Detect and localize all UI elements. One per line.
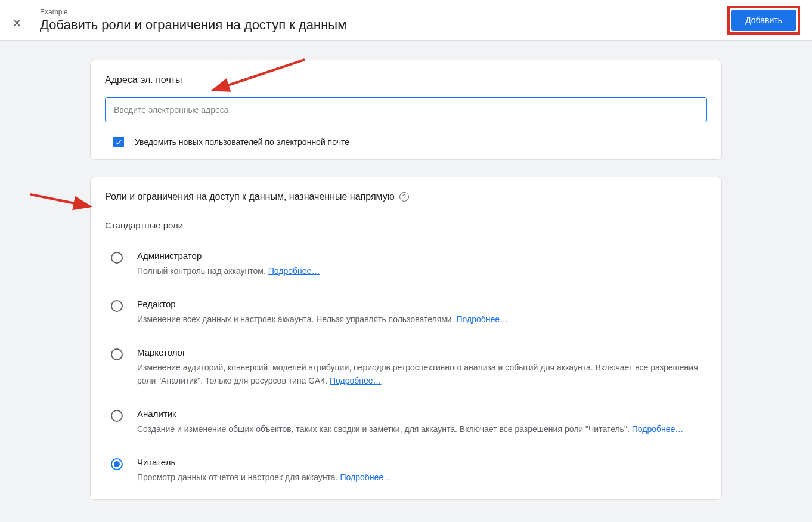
email-card: Адреса эл. почты Уведомить новых пользов… (90, 60, 722, 160)
more-link[interactable]: Подробнее… (268, 266, 320, 276)
close-icon[interactable]: ✕ (12, 16, 22, 30)
help-icon[interactable]: ? (399, 192, 409, 202)
role-radio[interactable] (111, 348, 123, 360)
roles-list: АдминистраторПолный контроль над аккаунт… (105, 245, 707, 499)
role-radio[interactable] (111, 252, 123, 264)
breadcrumb: Example (40, 7, 727, 17)
role-radio[interactable] (111, 458, 123, 470)
role-radio[interactable] (111, 300, 123, 312)
page-header: ✕ Example Добавить роли и ограничения на… (0, 0, 812, 41)
more-link[interactable]: Подробнее… (632, 424, 684, 434)
role-name: Администратор (137, 251, 707, 261)
roles-card: Роли и ограничения на доступ к данным, н… (90, 177, 722, 500)
role-name: Читатель (137, 457, 707, 467)
role-desc: Просмотр данных отчетов и настроек для а… (137, 471, 707, 484)
role-desc: Изменение аудиторий, конверсий, моделей … (137, 361, 707, 387)
more-link[interactable]: Подробнее… (456, 314, 508, 324)
annotation-arrow-icon (27, 190, 99, 215)
email-card-title: Адреса эл. почты (105, 75, 707, 85)
role-row: МаркетологИзменение аудиторий, конверсий… (105, 341, 707, 403)
svg-line-3 (30, 194, 90, 206)
add-button-highlight: Добавить (727, 6, 800, 35)
role-desc: Изменение всех данных и настроек аккаунт… (137, 313, 707, 326)
role-row: АдминистраторПолный контроль над аккаунт… (105, 245, 707, 293)
more-link[interactable]: Подробнее… (330, 376, 382, 385)
roles-subtitle: Стандартные роли (105, 220, 707, 230)
role-desc: Полный контроль над аккаунтом. Подробнее… (137, 264, 707, 277)
more-link[interactable]: Подробнее… (340, 472, 392, 482)
role-name: Аналитик (137, 409, 707, 419)
page-title: Добавить роли и ограничения на доступ к … (40, 17, 727, 33)
roles-card-title: Роли и ограничения на доступ к данным, н… (105, 191, 395, 202)
role-name: Маркетолог (137, 347, 707, 357)
role-row: АналитикСоздание и изменение общих объек… (105, 403, 707, 451)
notify-checkbox[interactable] (113, 137, 124, 147)
role-name: Редактор (137, 299, 707, 309)
add-button[interactable]: Добавить (731, 10, 796, 31)
notify-label: Уведомить новых пользователей по электро… (135, 137, 349, 147)
email-input[interactable] (105, 97, 707, 122)
role-radio[interactable] (111, 410, 123, 422)
role-row: ЧитательПросмотр данных отчетов и настро… (105, 451, 707, 499)
role-desc: Создание и изменение общих объектов, так… (137, 422, 707, 435)
role-row: РедакторИзменение всех данных и настроек… (105, 293, 707, 341)
checkmark-icon (114, 138, 123, 146)
